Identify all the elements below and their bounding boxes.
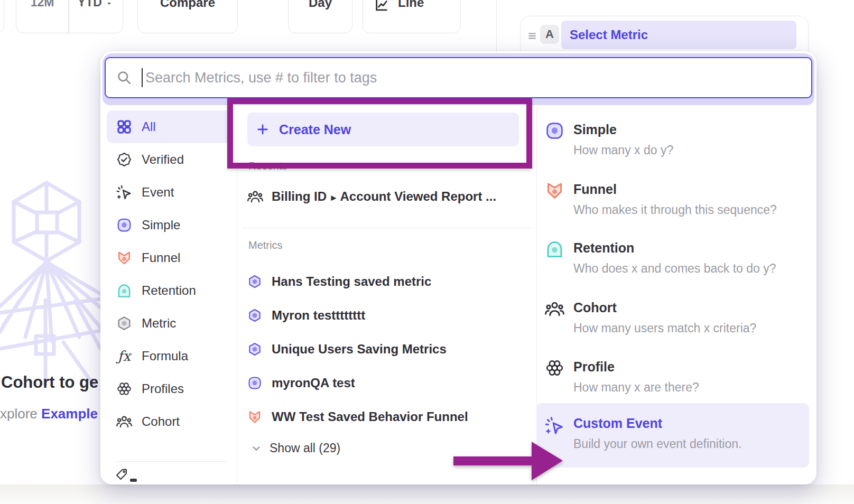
sidebar-item-simple[interactable]: Simple — [107, 209, 231, 241]
grid-icon — [116, 119, 132, 135]
simple-metric-icon — [116, 217, 132, 233]
search-bar[interactable] — [105, 57, 812, 98]
select-metric-label: Select Metric — [570, 27, 648, 42]
tag-icon — [115, 468, 129, 482]
metrics-header: Metrics — [248, 239, 282, 251]
funnel-icon — [116, 250, 132, 266]
type-option-custom-event[interactable]: Custom Event Build your own event defini… — [536, 403, 809, 468]
type-option-simple[interactable]: Simple How many x do y? — [536, 114, 809, 157]
example-link[interactable]: Example — [41, 406, 98, 422]
simple-metric-icon — [247, 376, 262, 390]
interval-button[interactable]: Day — [288, 0, 352, 33]
search-icon — [116, 70, 132, 86]
sidebar-item-event[interactable]: Event — [107, 176, 231, 209]
annotation-arrow — [438, 433, 567, 489]
select-metric-pill[interactable]: Select Metric — [561, 21, 796, 49]
metric-list-item[interactable]: WW Test Saved Behavior Funnel — [247, 404, 468, 430]
chevron-down-icon — [250, 443, 262, 454]
retention-icon — [116, 283, 132, 298]
profiles-flower-icon — [545, 358, 564, 378]
empty-state-wireframe-art — [0, 174, 100, 386]
metric-hexagon-icon — [116, 315, 132, 331]
sidebar-item-formula[interactable]: ƒx Formula — [107, 340, 231, 372]
profiles-flower-icon — [116, 381, 132, 397]
sidebar-item-cohort[interactable]: Cohort — [107, 405, 231, 438]
metric-hexagon-icon — [247, 308, 262, 323]
date-range-segmented-control[interactable]: 12M YTD — [16, 0, 123, 33]
formula-fx-icon: ƒx — [116, 348, 132, 364]
metric-list-item[interactable]: Hans Testing saved metric — [247, 268, 431, 295]
metric-list-item[interactable]: Myron testttttttt — [247, 302, 365, 329]
search-input[interactable] — [144, 69, 811, 87]
cohort-people-icon — [116, 414, 132, 430]
chart-type-button[interactable]: Line — [363, 0, 461, 33]
funnel-icon — [545, 181, 564, 200]
type-option-funnel[interactable]: Funnel Who makes it through this sequenc… — [536, 173, 809, 217]
text-cursor — [142, 68, 143, 87]
show-all-button[interactable]: Show all (29) — [250, 441, 340, 455]
sidebar-divider — [115, 461, 226, 462]
metric-hexagon-icon — [247, 274, 262, 289]
retention-icon — [545, 239, 564, 259]
series-badge: A — [540, 25, 559, 44]
annotation-highlight-box — [227, 98, 532, 169]
verified-seal-icon — [116, 152, 132, 167]
recent-item[interactable]: Billing ID ▸ Account Viewed Report ... — [247, 184, 496, 209]
sidebar-item-metric[interactable]: Metric — [107, 307, 231, 340]
compare-button[interactable]: Compare — [137, 0, 238, 33]
metric-list-item[interactable]: Unique Users Saving Metrics — [247, 336, 447, 362]
sidebar-item-verified[interactable]: Verified — [107, 143, 231, 176]
caret-down-icon — [105, 0, 113, 7]
empty-state-headline-fragment: Cohort to ge — [1, 373, 98, 392]
recents-divider — [242, 228, 531, 228]
breadcrumb-arrow-icon: ▸ — [331, 192, 336, 203]
sidebar-item-retention[interactable]: Retention — [107, 274, 231, 307]
cohort-people-icon — [247, 189, 263, 204]
empty-state-subtext: xplore Example — [0, 406, 98, 422]
metric-list-item[interactable]: myronQA test — [247, 370, 355, 396]
sidebar-item-profiles[interactable]: Profiles — [107, 372, 231, 405]
page-bottom-band — [0, 484, 854, 504]
screen: 12M YTD Compare Day Line A Select Metric — [0, 0, 854, 504]
clipped-sidebar-label — [130, 479, 137, 482]
custom-event-cursor-icon — [545, 416, 564, 435]
category-sidebar: All Verified Event Simple Funnel Retenti… — [107, 110, 231, 438]
sidebar-item-funnel[interactable]: Funnel — [107, 241, 231, 274]
range-ytd-button[interactable]: YTD — [68, 0, 123, 10]
sidebar-item-all[interactable]: All — [107, 110, 231, 143]
type-option-cohort[interactable]: Cohort How many users match x criteria? — [536, 292, 809, 335]
funnel-icon — [247, 409, 262, 424]
metric-hexagon-icon — [247, 342, 262, 357]
simple-metric-icon — [545, 121, 564, 141]
toolbar-button-sliver[interactable] — [0, 0, 4, 33]
type-option-retention[interactable]: Retention Who does x and comes back to d… — [536, 232, 809, 276]
range-12m-button[interactable]: 12M — [16, 0, 68, 10]
type-option-profile[interactable]: Profile How many x are there? — [536, 351, 809, 395]
event-cursor-icon — [116, 184, 132, 200]
cohort-people-icon — [545, 299, 564, 319]
drag-handle-icon[interactable] — [527, 31, 537, 41]
